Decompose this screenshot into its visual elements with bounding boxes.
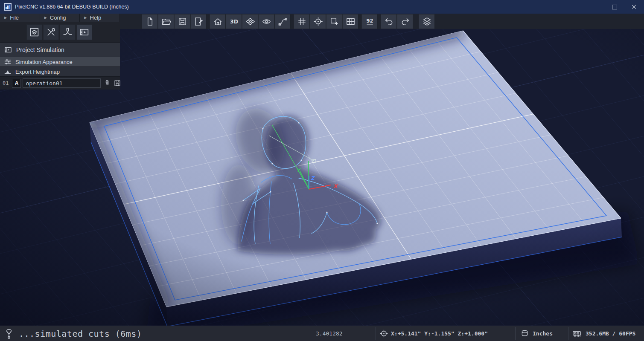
sliders-icon	[3, 58, 12, 66]
mode-layers-button[interactable]	[26, 24, 42, 40]
menu-help-label: Help	[90, 14, 102, 21]
operation-save-button[interactable]	[114, 79, 121, 87]
grid-toggle-button[interactable]	[294, 14, 310, 29]
home-view-button[interactable]	[210, 14, 226, 29]
title-bar: PixelCNC v1.88b 64-bit DEBUG BUILD (Inch…	[0, 0, 644, 14]
performance-readout: 352.6MB / 60FPS	[586, 326, 635, 341]
operation-name-input[interactable]	[23, 78, 101, 88]
operation-attach-button[interactable]	[103, 79, 111, 87]
menu-caret-icon: ▶	[84, 16, 87, 20]
minimize-icon	[593, 7, 597, 7]
mode-simulation-button[interactable]	[76, 24, 92, 40]
operation-index: 01	[3, 80, 9, 86]
3d-view-icon: 3D	[229, 17, 239, 26]
status-divider	[376, 327, 376, 340]
home-icon	[213, 17, 223, 26]
mode-tabs	[0, 22, 120, 43]
svg-text:92: 92	[366, 17, 373, 23]
origin-crosshair-icon	[313, 17, 323, 26]
origin-button[interactable]	[310, 14, 326, 29]
cutter-mode-icon	[62, 27, 73, 38]
activity-icon	[3, 328, 15, 339]
visibility-button[interactable]	[258, 14, 274, 29]
curve-icon	[278, 17, 288, 26]
save-small-icon	[114, 79, 121, 87]
status-value: 3.401282	[316, 326, 343, 341]
menu-help[interactable]: ▶ Help	[80, 14, 120, 22]
pixelcnc-window: X Y Z PixelCNC v1.88b 64-bit DEBUG BUILD…	[0, 0, 644, 341]
feed-speed-button[interactable]: 92	[361, 14, 378, 29]
status-message: ...simulated cuts (6ms)	[19, 326, 142, 341]
new-file-button[interactable]	[142, 14, 158, 29]
project-simulation-label: Project Simulation	[16, 46, 64, 53]
redo-icon	[400, 17, 410, 26]
coordinates-readout: X:+5.141" Y:-1.155" Z:+1.000"	[391, 326, 488, 341]
operation-row: 01 A	[0, 77, 120, 90]
redo-button[interactable]	[397, 14, 413, 29]
feed-speed-icon: 92	[365, 17, 375, 26]
open-folder-icon	[161, 17, 171, 26]
simulation-mode-icon	[79, 27, 90, 38]
add-region-button[interactable]	[326, 14, 342, 29]
close-button[interactable]	[624, 0, 644, 14]
edit-file-button[interactable]	[190, 14, 207, 29]
status-divider	[568, 327, 568, 340]
mesh-view-button[interactable]	[242, 14, 258, 29]
undo-icon	[384, 17, 394, 26]
save-file-button[interactable]	[174, 14, 190, 29]
tools-mode-icon	[46, 27, 56, 38]
film-icon	[4, 46, 12, 54]
menu-file-label: File	[10, 14, 19, 21]
operation-asset-button[interactable]: A	[12, 79, 21, 88]
simulation-appearance-label: Simulation Appearance	[15, 59, 73, 65]
layers-mode-icon	[29, 27, 40, 38]
view-3d-button[interactable]: 3D	[226, 14, 242, 29]
simulation-appearance-row[interactable]: Simulation Appearance	[0, 57, 120, 67]
minimize-button[interactable]	[585, 0, 605, 14]
units-readout: Inches	[533, 326, 553, 341]
memory-icon	[572, 329, 582, 338]
maximize-button[interactable]	[605, 0, 624, 14]
menu-caret-icon: ▶	[4, 16, 7, 20]
menu-caret-icon: ▶	[44, 16, 47, 20]
save-icon	[178, 17, 187, 26]
left-panel: Project Simulation Simulation Appearance…	[0, 22, 120, 90]
menu-config[interactable]: ▶ Config	[40, 14, 80, 22]
crosshair-icon	[379, 329, 388, 338]
undo-button[interactable]	[381, 14, 397, 29]
maximize-icon	[612, 5, 617, 9]
menu-config-label: Config	[50, 14, 66, 21]
status-divider	[515, 327, 516, 340]
app-icon	[4, 3, 12, 11]
export-heightmap-label: Export Heightmap	[15, 69, 60, 75]
new-file-icon	[145, 17, 155, 26]
mesh-icon	[245, 17, 255, 26]
status-bar: ...simulated cuts (6ms) 3.401282 X:+5.14…	[0, 326, 644, 341]
menu-file[interactable]: ▶ File	[0, 14, 40, 22]
mode-tools-button[interactable]	[43, 24, 59, 40]
export-heightmap-row[interactable]: Export Heightmap	[0, 67, 120, 77]
units-cylinder-icon	[520, 329, 529, 338]
curve-edit-button[interactable]	[274, 14, 291, 29]
layer-stack-icon	[422, 17, 432, 26]
close-icon	[632, 4, 637, 9]
edit-document-icon	[194, 17, 204, 26]
grid-icon	[297, 17, 307, 26]
svg-text:3D: 3D	[230, 18, 238, 24]
eye-icon	[262, 17, 271, 26]
layer-stack-button[interactable]	[419, 14, 435, 29]
open-file-button[interactable]	[158, 14, 174, 29]
heightmap-icon	[3, 67, 12, 76]
project-simulation-header[interactable]: Project Simulation	[0, 43, 120, 57]
add-box-icon	[329, 17, 339, 26]
array-grid-icon	[346, 17, 356, 26]
mode-cutter-button[interactable]	[60, 24, 76, 40]
array-copy-button[interactable]	[342, 14, 358, 29]
menu-bar: ▶ File ▶ Config ▶ Help	[0, 14, 120, 22]
paperclip-icon	[103, 79, 111, 87]
main-toolbar: 3D 92	[142, 14, 438, 29]
window-title: PixelCNC v1.88b 64-bit DEBUG BUILD (Inch…	[15, 4, 129, 10]
